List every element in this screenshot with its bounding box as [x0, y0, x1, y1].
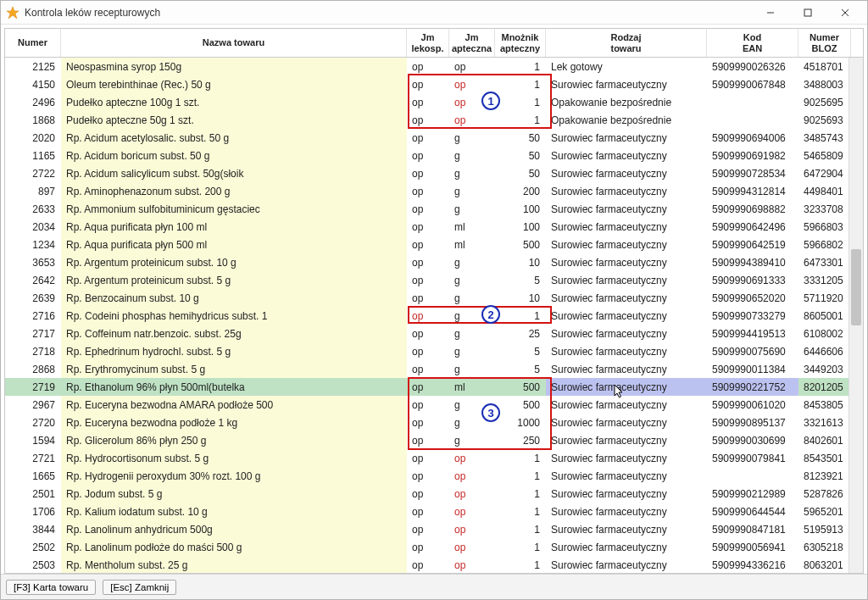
col-nazwa[interactable]: Nazwa towaru	[61, 29, 407, 57]
cell: 5909990075690	[707, 342, 798, 360]
cell	[707, 93, 798, 111]
cell: Surowiec farmaceutyczny	[546, 485, 707, 503]
cell: Rp. Aminophenazonum subst. 200 g	[61, 182, 407, 200]
grid-header: Numer Nazwa towaru Jm lekosp. Jm apteczn…	[5, 29, 863, 58]
cell: op	[407, 182, 449, 200]
table-row[interactable]: 1706Rp. Kalium iodatum subst. 10 gopop1S…	[5, 503, 863, 520]
table-row[interactable]: 2718Rp. Ephedrinum hydrochl. subst. 5 go…	[5, 342, 863, 360]
svg-marker-0	[7, 7, 19, 19]
cell: Surowiec farmaceutyczny	[546, 414, 707, 431]
cell: 5909990642519	[707, 236, 798, 253]
cell: 5909990644544	[707, 503, 798, 520]
table-row[interactable]: 1665Rp. Hydrogenii peroxydum 30% rozt. 1…	[5, 467, 863, 485]
cell: 6108002	[798, 325, 851, 342]
table-row[interactable]: 4150Oleum terebinthinae (Rec.) 50 gopop1…	[5, 75, 863, 93]
cell: 1	[495, 449, 546, 467]
col-bloz[interactable]: Numer BLOZ	[798, 29, 851, 57]
cell: Surowiec farmaceutyczny	[546, 182, 707, 200]
cell: 8063201	[798, 556, 851, 573]
cell: 6472904	[798, 164, 851, 182]
maximize-button[interactable]	[789, 2, 826, 24]
cell: 1665	[5, 467, 61, 485]
cell: 500	[495, 396, 546, 414]
cell: 50	[495, 147, 546, 164]
col-mnoznik[interactable]: Mnożnik apteczny	[495, 29, 546, 57]
item-card-button[interactable]: [F3] Karta towaru	[6, 580, 96, 595]
cell: 2639	[5, 289, 61, 307]
table-row[interactable]: 2720Rp. Euceryna bezwodna podłoże 1 kgop…	[5, 414, 863, 431]
cell: 5965201	[798, 503, 851, 520]
cell: 10	[495, 253, 546, 271]
table-row[interactable]: 2868Rp. Erythromycinum subst. 5 gopg5Sur…	[5, 360, 863, 378]
cell: op	[407, 414, 449, 431]
table-row[interactable]: 2020Rp. Acidum acetylosalic. subst. 50 g…	[5, 129, 863, 147]
table-row[interactable]: 1868Pudełko apteczne 50g 1 szt.opop1Opak…	[5, 111, 863, 129]
table-row[interactable]: 2503Rp. Mentholum subst. 25 gopop1Surowi…	[5, 556, 863, 573]
cell: op	[449, 93, 495, 111]
close-footer-button[interactable]: [Esc] Zamknij	[103, 580, 176, 595]
col-ean[interactable]: Kod EAN	[707, 29, 798, 57]
table-row[interactable]: 3844Rp. Lanolinum anhydricum 500gopop1Su…	[5, 520, 863, 538]
cell: 2501	[5, 485, 61, 503]
cell: Rp. Lanolinum anhydricum 500g	[61, 520, 407, 538]
col-jm-lekosp[interactable]: Jm lekosp.	[407, 29, 449, 57]
cell: 2716	[5, 307, 61, 325]
cell: 5909990030699	[707, 431, 798, 449]
table-row[interactable]: 2633Rp. Ammonium sulfobituminicum gęstac…	[5, 200, 863, 218]
scrollbar-thumb[interactable]	[851, 249, 861, 325]
table-row[interactable]: 2125Neospasmina syrop 150gopop1Lek gotow…	[5, 58, 863, 75]
cell: op	[449, 75, 495, 93]
cell: 5287826	[798, 485, 851, 503]
col-jm-apteczna[interactable]: Jm apteczna	[449, 29, 495, 57]
cell: 2633	[5, 200, 61, 218]
table-row[interactable]: 3653Rp. Argentum proteinicum subst. 10 g…	[5, 253, 863, 271]
table-row[interactable]: 2502Rp. Lanolinum podłoże do maści 500 g…	[5, 538, 863, 556]
cell: 2967	[5, 396, 61, 414]
table-row[interactable]: 2721Rp. Hydrocortisonum subst. 5 gopop1S…	[5, 449, 863, 467]
cell: op	[407, 75, 449, 93]
table-row[interactable]: 2496Pudełko apteczne 100g 1 szt.opop1Opa…	[5, 93, 863, 111]
table-row[interactable]: 897Rp. Aminophenazonum subst. 200 gopg20…	[5, 182, 863, 200]
table-row[interactable]: 2717Rp. Coffeinum natr.benzoic. subst. 2…	[5, 325, 863, 342]
grid-body[interactable]: 2125Neospasmina syrop 150gopop1Lek gotow…	[5, 58, 863, 573]
app-icon	[6, 6, 19, 19]
close-button[interactable]	[826, 2, 864, 24]
cell: 50	[495, 129, 546, 147]
cell: Rp. Ephedrinum hydrochl. subst. 5 g	[61, 342, 407, 360]
cell: 3321613	[798, 414, 851, 431]
cell: op	[449, 538, 495, 556]
cell: 5909990212989	[707, 485, 798, 503]
minimize-button[interactable]	[752, 2, 789, 24]
cell: Surowiec farmaceutyczny	[546, 449, 707, 467]
cell: op	[407, 289, 449, 307]
table-row[interactable]: 2642Rp. Argentum proteinicum subst. 5 go…	[5, 271, 863, 289]
cell: 6473301	[798, 253, 851, 271]
table-row[interactable]: 1234Rp. Aqua purificata płyn 500 mlopml5…	[5, 236, 863, 253]
cell: 5909990847181	[707, 520, 798, 538]
cell: Surowiec farmaceutyczny	[546, 289, 707, 307]
cell: Rp. Erythromycinum subst. 5 g	[61, 360, 407, 378]
col-rodzaj[interactable]: Rodzaj towaru	[546, 29, 707, 57]
cell: 3331205	[798, 271, 851, 289]
cell: op	[407, 325, 449, 342]
cell: Rp. Aqua purificata płyn 500 ml	[61, 236, 407, 253]
table-row[interactable]: 2719Rp. Ethanolum 96% płyn 500ml(butelka…	[5, 378, 863, 396]
cell: 5909990079841	[707, 449, 798, 467]
data-grid[interactable]: Numer Nazwa towaru Jm lekosp. Jm apteczn…	[4, 28, 864, 574]
table-row[interactable]: 2034Rp. Aqua purificata płyn 100 mlopml1…	[5, 218, 863, 236]
table-row[interactable]: 2967Rp. Euceryna bezwodna AMARA podłoże …	[5, 396, 863, 414]
cell: Surowiec farmaceutyczny	[546, 129, 707, 147]
table-row[interactable]: 2716Rp. Codeini phosphas hemihydricus su…	[5, 307, 863, 325]
cell: op	[407, 236, 449, 253]
col-numer[interactable]: Numer	[5, 29, 61, 57]
cell: 1	[495, 75, 546, 93]
table-row[interactable]: 1165Rp. Acidum boricum subst. 50 gopg50S…	[5, 147, 863, 164]
table-row[interactable]: 1594Rp. Glicerolum 86% płyn 250 gopg250S…	[5, 431, 863, 449]
cell: 6446606	[798, 342, 851, 360]
table-row[interactable]: 2639Rp. Benzocainum subst. 10 gopg10Suro…	[5, 289, 863, 307]
scrollbar[interactable]	[849, 58, 863, 573]
table-row[interactable]: 2722Rp. Acidum salicylicum subst. 50g(sł…	[5, 164, 863, 182]
cell: op	[407, 342, 449, 360]
cell: 3844	[5, 520, 61, 538]
table-row[interactable]: 2501Rp. Jodum subst. 5 gopop1Surowiec fa…	[5, 485, 863, 503]
